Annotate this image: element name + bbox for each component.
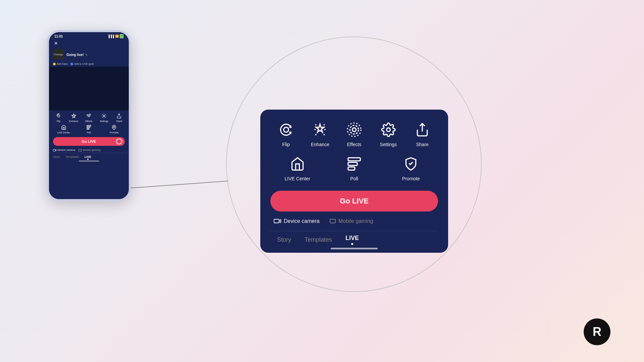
- go-live-button-phone[interactable]: Go LIVE: [53, 137, 125, 146]
- zoomed-toolbar-row2: LIVE Center Poll: [270, 154, 438, 181]
- share-icon: [115, 112, 123, 120]
- wifi-icon: 📶: [115, 35, 119, 38]
- zoomed-device-camera-label: Device camera: [284, 218, 320, 224]
- tab-live-phone[interactable]: LIVE: [85, 155, 91, 159]
- poll-icon: [85, 124, 93, 131]
- zoomed-poll-icon: [344, 154, 364, 174]
- live-center-icon: [60, 124, 67, 131]
- svg-point-14: [386, 128, 390, 131]
- status-icons: ▐▐▐ 📶 ▮: [108, 34, 123, 38]
- svg-point-4: [103, 115, 105, 117]
- svg-rect-16: [348, 158, 361, 161]
- zoomed-enhance[interactable]: Enhance: [305, 120, 336, 147]
- add-topic-label[interactable]: Add topic: [57, 62, 68, 65]
- svg-rect-6: [87, 127, 90, 128]
- zoomed-effects[interactable]: Effects: [338, 120, 370, 147]
- zoomed-share-label: Share: [416, 142, 429, 147]
- close-button[interactable]: ✕: [53, 40, 59, 46]
- flip-label: Flip: [57, 120, 60, 122]
- zoomed-story-label: Story: [277, 236, 291, 246]
- promote-icon: [110, 124, 118, 131]
- svg-rect-7: [87, 128, 89, 129]
- zoomed-settings-label: Settings: [380, 142, 397, 147]
- svg-rect-17: [348, 162, 358, 165]
- zoomed-promote-icon: [401, 154, 421, 174]
- mobile-gaming-chip[interactable]: Mobile gaming: [78, 148, 100, 152]
- toolbar-effects[interactable]: Effects: [82, 112, 96, 122]
- svg-point-11: [352, 128, 356, 131]
- zoomed-settings-icon: [378, 120, 398, 140]
- svg-rect-20: [330, 219, 335, 223]
- phone-frame: 11:01 ▐▐▐ 📶 ▮ ✕ Change Going live! ✎: [47, 30, 131, 201]
- zoomed-tab-templates[interactable]: Templates: [305, 236, 332, 243]
- zoomed-share-icon: [412, 120, 432, 140]
- zoomed-live-center[interactable]: LIVE Center: [270, 154, 324, 181]
- zoomed-device-camera[interactable]: Device camera: [274, 218, 320, 224]
- toolbar-share[interactable]: Share: [112, 112, 126, 122]
- tab-templates-phone[interactable]: Templates: [65, 155, 79, 159]
- zoomed-live-center-icon: [287, 154, 308, 174]
- status-bar: 11:01 ▐▐▐ 📶 ▮: [49, 32, 129, 39]
- device-camera-label: Device camera: [57, 148, 75, 152]
- toolbar-live-center[interactable]: LIVE Center: [52, 124, 75, 134]
- svg-rect-9: [53, 149, 56, 151]
- zoomed-flip[interactable]: Flip: [270, 120, 302, 147]
- zoomed-promote[interactable]: Promote: [384, 154, 438, 181]
- promote-label: Promote: [110, 131, 118, 134]
- phone-screen: 11:01 ▐▐▐ 📶 ▮ ✕ Change Going live! ✎: [49, 32, 129, 199]
- zoomed-templates-label: Templates: [305, 236, 332, 246]
- flip-icon: [55, 112, 62, 120]
- settings-icon: [100, 112, 108, 120]
- change-label[interactable]: Change: [54, 53, 63, 56]
- brand-letter: R: [593, 325, 601, 339]
- zoomed-effects-label: Effects: [347, 142, 362, 147]
- topic-dot: [53, 63, 56, 65]
- brand-circle: R: [584, 318, 610, 345]
- bottom-tabs-zoomed: Story Templates LIVE: [270, 231, 438, 245]
- svg-point-8: [113, 126, 115, 128]
- add-topic-chip[interactable]: Add topic: [53, 62, 68, 65]
- toolbar-poll[interactable]: Poll: [77, 124, 101, 134]
- toolbar-promote[interactable]: Promote: [102, 124, 126, 134]
- zoomed-enhance-icon: [310, 120, 330, 140]
- zoomed-enhance-label: Enhance: [311, 142, 329, 147]
- zoomed-tab-live[interactable]: LIVE: [345, 235, 359, 245]
- toolbar-flip[interactable]: Flip: [52, 112, 65, 122]
- zoomed-poll[interactable]: Poll: [327, 154, 381, 181]
- signal-icon: ▐▐▐: [108, 35, 114, 38]
- toolbar-enhance[interactable]: Enhance: [67, 112, 80, 122]
- live-center-label: LIVE Center: [57, 131, 70, 134]
- going-live-section: Change Going live! ✎: [49, 48, 129, 61]
- zoomed-mobile-gaming[interactable]: Mobile gaming: [330, 218, 373, 224]
- zoomed-promote-label: Promote: [402, 176, 420, 181]
- add-goal-chip[interactable]: Add a LIVE goal: [70, 62, 94, 65]
- phone-header: ✕: [49, 39, 129, 48]
- zoomed-content: Flip Enhance: [260, 110, 448, 253]
- zoomed-toolbar-row1: Flip Enhance: [270, 120, 438, 147]
- active-tab-dot: [87, 159, 89, 160]
- zoomed-live-label: LIVE: [345, 235, 359, 244]
- zoomed-settings[interactable]: Settings: [373, 120, 404, 147]
- add-goal-label[interactable]: Add a LIVE goal: [74, 62, 94, 65]
- tab-story-phone[interactable]: Story: [53, 155, 60, 159]
- enhance-icon: [70, 112, 77, 120]
- home-indicator-phone: [79, 161, 99, 162]
- thumbnail[interactable]: Change: [53, 49, 64, 60]
- zoomed-tab-story[interactable]: Story: [277, 236, 291, 243]
- go-live-text-zoomed: Go LIVE: [340, 197, 369, 205]
- svg-point-3: [88, 115, 90, 117]
- toolbar-settings[interactable]: Settings: [97, 112, 111, 122]
- settings-label: Settings: [100, 120, 108, 122]
- device-row-phone: Device camera Mobile gaming: [49, 148, 129, 152]
- svg-point-2: [57, 115, 60, 117]
- device-camera-chip[interactable]: Device camera: [53, 148, 75, 152]
- share-label: Share: [116, 120, 122, 122]
- svg-rect-18: [348, 167, 355, 170]
- home-indicator-zoomed: [331, 248, 378, 249]
- svg-point-12: [350, 125, 359, 134]
- go-live-circle: [116, 138, 122, 144]
- edit-icon[interactable]: ✎: [85, 53, 88, 57]
- zoomed-live-center-label: LIVE Center: [285, 176, 310, 181]
- go-live-button-zoomed[interactable]: Go LIVE: [270, 191, 438, 212]
- zoomed-share[interactable]: Share: [407, 120, 438, 147]
